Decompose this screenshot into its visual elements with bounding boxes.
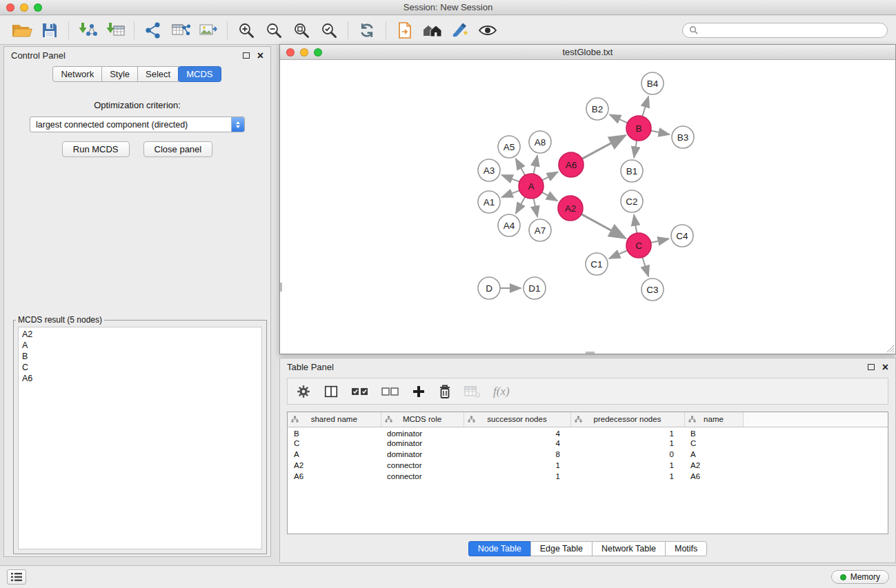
dropdown-stepper-icon[interactable]: [231, 117, 244, 132]
graph-edge[interactable]: [516, 197, 525, 214]
table-cell[interactable]: dominator: [381, 438, 464, 449]
tab-mcds[interactable]: MCDS: [178, 66, 221, 82]
column-header[interactable]: name: [684, 412, 743, 427]
new-network-button[interactable]: [139, 18, 167, 43]
import-network-from-file-button[interactable]: [74, 18, 101, 43]
delete-rows-button[interactable]: [438, 384, 452, 399]
sort-tree-icon[interactable]: [575, 416, 582, 424]
table-cell[interactable]: 1: [570, 427, 684, 438]
graph-edge[interactable]: [502, 175, 519, 182]
deselect-all-button[interactable]: [381, 385, 399, 398]
graph-edge[interactable]: [516, 159, 525, 175]
graph-edge[interactable]: [610, 114, 628, 123]
scroll-nub[interactable]: [586, 352, 595, 354]
table-cell[interactable]: connector: [381, 460, 464, 471]
table-cell[interactable]: 4: [464, 438, 570, 449]
table-cell[interactable]: A2: [684, 460, 743, 471]
graph-edge[interactable]: [651, 131, 670, 134]
table-cell[interactable]: dominator: [381, 449, 464, 460]
graph-edge[interactable]: [634, 215, 637, 233]
network-window-titlebar[interactable]: testGlobe.txt: [280, 45, 895, 60]
column-header[interactable]: MCDS role: [381, 412, 464, 427]
minimize-network-window-button[interactable]: [300, 48, 308, 57]
style-button[interactable]: [446, 18, 474, 43]
zoom-out-button[interactable]: [260, 18, 288, 43]
table-cell[interactable]: A6: [288, 471, 381, 482]
tab-edge-table[interactable]: Edge Table: [530, 541, 593, 556]
search-field[interactable]: [682, 23, 888, 38]
graph-edge[interactable]: [581, 214, 626, 239]
graph-edge[interactable]: [534, 156, 537, 174]
table-cell[interactable]: 1: [570, 460, 684, 471]
table-cell[interactable]: A: [288, 449, 381, 460]
graph-edge[interactable]: [642, 97, 648, 116]
mcds-result-item[interactable]: A: [22, 340, 258, 351]
table-row[interactable]: Adominator80A: [288, 449, 888, 460]
network-canvas[interactable]: B4B2BB3A5A8A6A3B1AC2A1A2A4A7C4CC1C3DD1: [280, 61, 895, 354]
tab-network-table[interactable]: Network Table: [592, 541, 666, 556]
select-all-button[interactable]: [351, 385, 369, 398]
table-cell[interactable]: A6: [684, 471, 743, 482]
table-cell[interactable]: 1: [570, 438, 684, 449]
first-neighbors-button[interactable]: [419, 18, 446, 43]
graph-edge[interactable]: [582, 135, 626, 159]
table-row[interactable]: A6connector11A6: [288, 471, 888, 482]
close-panel-button[interactable]: Close panel: [143, 141, 213, 157]
new-network-from-table-button[interactable]: [167, 18, 195, 43]
table-cell[interactable]: B: [288, 427, 381, 438]
table-row[interactable]: Cdominator41C: [288, 438, 888, 449]
graph-edge[interactable]: [542, 192, 557, 201]
mcds-result-list[interactable]: A2ABCA6: [18, 327, 262, 549]
graph-edge[interactable]: [542, 172, 558, 180]
graph-edge[interactable]: [534, 199, 537, 217]
apply-layout-button[interactable]: [353, 18, 381, 43]
float-panel-icon[interactable]: [243, 52, 250, 59]
add-row-button[interactable]: [412, 385, 426, 398]
maximize-network-window-button[interactable]: [314, 48, 322, 57]
tab-node-table[interactable]: Node Table: [468, 541, 531, 556]
table-cell[interactable]: connector: [381, 471, 464, 482]
close-window-button[interactable]: [6, 3, 14, 12]
graph-edge[interactable]: [634, 141, 637, 157]
table-row[interactable]: A2connector11A2: [288, 460, 888, 471]
column-header[interactable]: successor nodes: [464, 412, 570, 427]
show-columns-button[interactable]: [323, 384, 339, 399]
run-mcds-button[interactable]: Run MCDS: [62, 141, 130, 157]
sort-tree-icon[interactable]: [688, 416, 696, 424]
zoom-in-button[interactable]: [232, 18, 260, 43]
resize-handle-icon[interactable]: [887, 345, 895, 353]
sort-tree-icon[interactable]: [468, 416, 475, 424]
open-file-button[interactable]: [8, 18, 36, 43]
tab-select[interactable]: Select: [137, 66, 179, 82]
table-cell[interactable]: C: [684, 438, 743, 449]
show-panels-button[interactable]: [7, 569, 26, 585]
tab-style[interactable]: Style: [101, 66, 138, 82]
export-image-button[interactable]: [195, 18, 222, 43]
table-cell[interactable]: 4: [464, 427, 570, 438]
graph-edge[interactable]: [642, 257, 648, 276]
tab-motifs[interactable]: Motifs: [665, 541, 707, 556]
close-network-window-button[interactable]: [286, 48, 295, 57]
network-canvas-area[interactable]: B4B2BB3A5A8A6A3B1AC2A1A2A4A7C4CC1C3DD1: [280, 61, 895, 354]
float-table-panel-icon[interactable]: [868, 364, 875, 370]
table-row[interactable]: Bdominator41B: [288, 427, 888, 438]
table-cell[interactable]: 8: [464, 449, 570, 460]
column-header[interactable]: shared name: [288, 412, 381, 427]
table-cell[interactable]: A2: [288, 460, 381, 471]
zoom-selected-button[interactable]: [315, 18, 343, 43]
table-cell[interactable]: 1: [464, 471, 570, 482]
save-session-button[interactable]: [36, 18, 63, 43]
import-table-from-file-button[interactable]: [101, 18, 129, 43]
table-cell[interactable]: B: [684, 427, 743, 438]
minimize-window-button[interactable]: [20, 3, 28, 12]
search-input[interactable]: [701, 26, 881, 35]
close-panel-icon[interactable]: ×: [257, 50, 263, 61]
table-settings-button[interactable]: [296, 384, 311, 399]
mcds-result-item[interactable]: C: [22, 362, 258, 373]
optimization-criterion-select[interactable]: largest connected component (directed): [30, 116, 245, 132]
mcds-result-item[interactable]: A6: [22, 373, 258, 384]
sort-tree-icon[interactable]: [385, 416, 392, 424]
graph-edge[interactable]: [609, 250, 627, 258]
table-cell[interactable]: 1: [464, 460, 570, 471]
table-cell[interactable]: A: [684, 449, 743, 460]
